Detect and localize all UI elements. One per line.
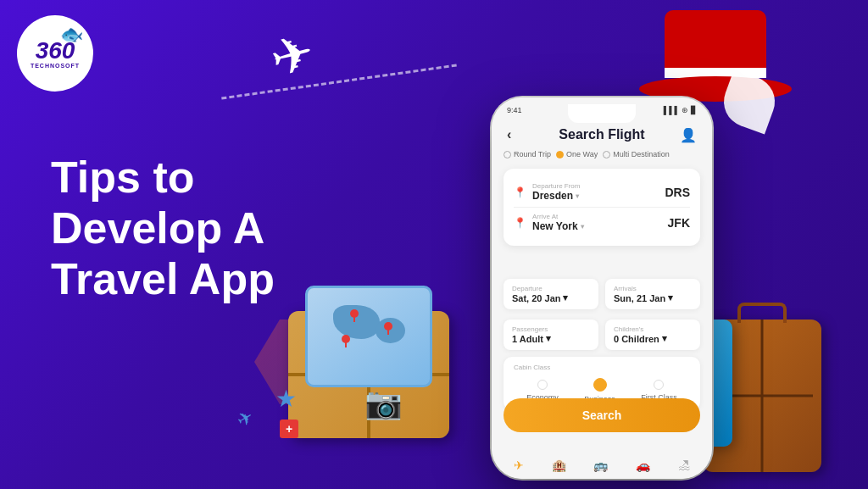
status-icons: ▌▌▌ ⊛ ▊ — [664, 106, 697, 114]
round-trip-radio[interactable] — [504, 151, 511, 158]
arrival-row[interactable]: 📍 Arrive At New York ▾ JFK — [514, 208, 690, 237]
departure-row[interactable]: 📍 Departure From Dresden ▾ DRS — [514, 177, 690, 208]
departure-date-value: Sat, 20 Jan ▾ — [512, 292, 590, 303]
luggage-strap-v — [761, 320, 764, 472]
app-header: ‹ Search Flight 👤 — [492, 127, 712, 142]
departure-label: Departure From — [532, 182, 658, 190]
arrival-chevron: ▾ — [581, 223, 584, 231]
children-label: Children's — [614, 325, 692, 333]
arrival-label: Arrive At — [532, 213, 661, 220]
arrival-code: JFK — [668, 216, 690, 230]
arrival-date-cell[interactable]: Arrivals Sun, 21 Jan ▾ — [605, 279, 700, 309]
star-decoration: ★ — [275, 385, 297, 413]
status-time: 9:41 — [507, 106, 522, 114]
arrival-city: New York ▾ — [532, 220, 661, 232]
trip-type-tabs: Round Trip One Way Multi Destination — [504, 150, 700, 158]
phone-notch — [568, 104, 636, 123]
passengers-value: 1 Adult ▾ — [512, 333, 590, 344]
map-continent-2 — [376, 318, 405, 343]
phone-screen: 9:41 ▌▌▌ ⊛ ▊ ‹ Search Flight 👤 Round Tri… — [492, 97, 712, 479]
camera-icon: 📷 — [364, 386, 403, 421]
nav-bus-icon[interactable]: 🚌 — [593, 458, 608, 472]
nav-flights-icon[interactable]: ✈ — [514, 458, 524, 472]
flight-form-card: 📍 Departure From Dresden ▾ DRS 📍 Arrive … — [504, 169, 700, 246]
date-grid: Departure Sat, 20 Jan ▾ Arrivals Sun, 21… — [504, 279, 700, 309]
nav-beach-icon[interactable]: 🏖 — [678, 458, 690, 472]
hero-title: Tips to Develop A Travel App — [51, 153, 275, 304]
screen-title: Search Flight — [559, 127, 644, 142]
departure-date-label: Departure — [512, 285, 590, 292]
back-button[interactable]: ‹ — [507, 127, 511, 142]
phone-mockup: 9:41 ▌▌▌ ⊛ ▊ ‹ Search Flight 👤 Round Tri… — [492, 97, 712, 479]
departure-chevron: ▾ — [576, 192, 579, 200]
passengers-grid: Passengers 1 Adult ▾ Children's 0 Childr… — [504, 320, 700, 350]
economy-radio[interactable] — [537, 380, 548, 390]
arrival-location-icon: 📍 — [514, 217, 526, 229]
logo-fish-icon: 🐟 — [60, 24, 83, 46]
search-button[interactable]: Search — [504, 398, 700, 432]
first-class-radio[interactable] — [654, 380, 664, 390]
child-chevron: ▾ — [662, 333, 667, 344]
map-pin-2 — [384, 322, 392, 331]
map-pin-1 — [350, 309, 359, 318]
cabin-class-label: Cabin Class — [514, 364, 690, 371]
round-trip-label: Round Trip — [514, 150, 551, 158]
departure-code: DRS — [665, 186, 690, 199]
one-way-radio[interactable] — [556, 151, 564, 158]
logo-area: 🐟 360 TECHNOSOFT — [17, 15, 93, 92]
hero-text: Tips to Develop A Travel App — [51, 153, 275, 304]
arrival-date-label: Arrivals — [614, 285, 692, 292]
departure-date-cell[interactable]: Departure Sat, 20 Jan ▾ — [504, 279, 598, 309]
pass-chevron: ▾ — [546, 333, 551, 344]
user-icon[interactable]: 👤 — [680, 127, 697, 143]
swiss-flag: + — [280, 420, 298, 438]
swiss-cross-icon: + — [286, 422, 292, 436]
tab-multi-dest[interactable]: Multi Destination — [603, 150, 670, 158]
arrival-date-value: Sun, 21 Jan ▾ — [614, 292, 692, 303]
map-globe — [305, 286, 432, 387]
map-pin-3 — [342, 335, 350, 343]
children-cell[interactable]: Children's 0 Children ▾ — [605, 320, 700, 350]
children-value: 0 Children ▾ — [614, 333, 692, 344]
one-way-label: One Way — [566, 150, 598, 158]
nav-car-icon[interactable]: 🚗 — [636, 458, 650, 472]
dep-date-chevron: ▾ — [563, 292, 568, 303]
passengers-cell[interactable]: Passengers 1 Adult ▾ — [504, 320, 598, 350]
logo-tagline: TECHNOSOFT — [31, 63, 80, 69]
nav-hotels-icon[interactable]: 🏨 — [552, 458, 566, 472]
arr-date-chevron: ▾ — [668, 292, 673, 303]
tab-one-way[interactable]: One Way — [556, 150, 598, 158]
multi-dest-label: Multi Destination — [613, 150, 670, 158]
arrival-field: Arrive At New York ▾ — [532, 213, 661, 232]
business-radio[interactable] — [593, 378, 607, 392]
logo-circle: 🐟 360 TECHNOSOFT — [31, 39, 80, 69]
multi-dest-radio[interactable] — [603, 151, 610, 158]
passengers-label: Passengers — [512, 325, 590, 333]
departure-field: Departure From Dresden ▾ — [532, 182, 658, 202]
departure-city: Dresden ▾ — [532, 190, 658, 202]
location-icon: 📍 — [514, 186, 526, 198]
tab-round-trip[interactable]: Round Trip — [504, 150, 551, 158]
bottom-navigation: ✈ 🏨 🚌 🚗 🏖 — [492, 458, 712, 472]
